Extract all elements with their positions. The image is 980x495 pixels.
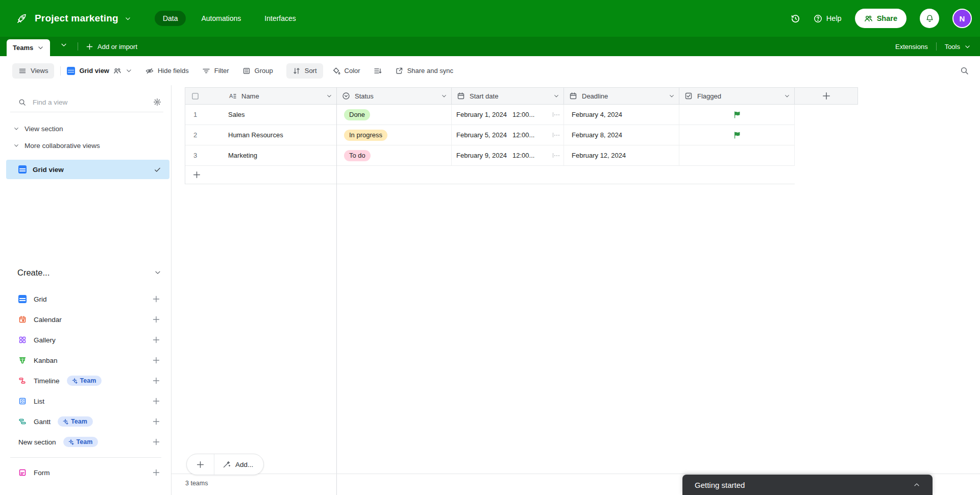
cell-deadline[interactable]: February 8, 2024 [564, 125, 679, 145]
column-header-start-date[interactable]: Start date [452, 88, 564, 104]
group-button[interactable]: Group [242, 67, 273, 75]
select-all-checkbox[interactable] [191, 92, 199, 100]
create-item-list[interactable]: List [0, 391, 172, 411]
chevron-down-icon[interactable] [784, 93, 790, 99]
history-icon[interactable] [791, 14, 800, 23]
ai-add-label: Add... [235, 461, 253, 468]
table-list-chevron-icon[interactable] [60, 41, 67, 48]
plus-icon[interactable] [152, 397, 160, 405]
create-item-timeline[interactable]: Timeline Team [0, 370, 172, 391]
cell-start-date[interactable]: February 9, 2024 12:00... [452, 145, 564, 165]
share-sync-icon [395, 67, 403, 75]
plus-icon[interactable] [152, 468, 160, 477]
select-field-icon [342, 92, 350, 100]
hide-fields-button[interactable]: Hide fields [145, 67, 189, 75]
view-name: Grid view [33, 166, 64, 174]
toast-title: Getting started [695, 481, 745, 489]
cell-status[interactable]: Done [337, 105, 452, 125]
sidebar-section-view-section[interactable]: View section [0, 121, 172, 136]
getting-started-toast[interactable]: Getting started [682, 475, 933, 495]
create-item-label: New section [18, 438, 56, 446]
gear-icon[interactable] [153, 98, 161, 106]
cell-status[interactable]: In progress [337, 125, 452, 145]
plus-icon[interactable] [152, 295, 160, 303]
search-icon[interactable] [960, 66, 969, 75]
plus-icon[interactable] [152, 438, 160, 446]
filter-button[interactable]: Filter [202, 67, 229, 75]
create-item-form[interactable]: Form [0, 462, 172, 483]
share-sync-label: Share and sync [407, 67, 453, 75]
chevron-down-icon[interactable] [125, 15, 131, 22]
cell-name[interactable]: Sales [223, 105, 337, 125]
chevron-down-icon[interactable] [441, 93, 447, 99]
create-item-label: List [34, 398, 44, 405]
cell-flagged[interactable] [679, 105, 795, 125]
plus-icon[interactable] [152, 315, 160, 324]
sidebar-item-grid-view[interactable]: Grid view [6, 160, 169, 179]
chevron-down-icon[interactable] [669, 93, 675, 99]
chevron-up-icon[interactable] [913, 481, 920, 488]
avatar[interactable]: N [952, 9, 972, 28]
view-switcher[interactable]: Grid view [67, 67, 132, 75]
find-view-input[interactable] [33, 98, 146, 106]
ai-add-button[interactable]: Add... [214, 454, 263, 475]
cell-start-date[interactable]: February 5, 2024 12:00... [452, 125, 564, 145]
create-section-header[interactable]: Create... [0, 265, 172, 280]
views-button[interactable]: Views [12, 63, 54, 79]
overflow-icon [553, 153, 559, 158]
create-item-calendar[interactable]: Calendar [0, 309, 172, 330]
plus-icon[interactable] [152, 356, 160, 364]
create-item-gantt[interactable]: Gantt Team [0, 411, 172, 432]
add-or-import-button[interactable]: Add or import [86, 37, 137, 56]
create-item-grid[interactable]: Grid [0, 289, 172, 309]
column-header-status[interactable]: Status [337, 88, 452, 104]
tab-automations[interactable]: Automations [193, 11, 249, 26]
rocket-logo-icon [15, 12, 29, 25]
column-header-deadline[interactable]: Deadline [564, 88, 679, 104]
tab-data[interactable]: Data [155, 11, 186, 26]
table-tab-teams[interactable]: Teams [7, 39, 50, 56]
column-header-flagged[interactable]: Flagged [679, 88, 795, 104]
table-row[interactable]: 2 Human Resources In progress February 5… [185, 125, 795, 145]
plus-icon[interactable] [152, 336, 160, 344]
tabbar-separator [78, 42, 78, 51]
create-item-gallery[interactable]: Gallery [0, 330, 172, 350]
add-record-button[interactable] [187, 454, 214, 475]
column-header-name[interactable]: A Name [223, 88, 337, 104]
cell-flagged[interactable] [679, 145, 795, 165]
plus-icon[interactable] [152, 417, 160, 426]
cell-name[interactable]: Human Resources [223, 125, 337, 145]
row-height-button[interactable] [374, 67, 382, 75]
tools-button[interactable]: Tools [945, 43, 971, 51]
cell-deadline[interactable]: February 4, 2024 [564, 105, 679, 125]
plus-icon[interactable] [152, 377, 160, 385]
sort-button[interactable]: Sort [286, 63, 323, 79]
chevron-down-icon[interactable] [326, 93, 332, 99]
chevron-down-icon[interactable] [553, 93, 559, 99]
chevron-down-icon [13, 142, 19, 148]
add-record-row[interactable] [185, 166, 795, 184]
create-item-new-section[interactable]: New section Team [0, 432, 172, 452]
time-value: 12:00... [512, 152, 534, 159]
tab-interfaces[interactable]: Interfaces [256, 11, 304, 26]
sidebar-section-more-collaborative-views[interactable]: More collaborative views [0, 138, 172, 153]
cell-start-date[interactable]: February 1, 2024 12:00... [452, 105, 564, 125]
workspace-brand[interactable]: Project marketing [15, 12, 131, 25]
extensions-button[interactable]: Extensions [895, 43, 928, 51]
cell-deadline[interactable]: February 12, 2024 [564, 145, 679, 165]
cell-status[interactable]: To do [337, 145, 452, 165]
add-field-button[interactable] [795, 88, 858, 104]
notifications-button[interactable] [920, 9, 939, 28]
share-and-sync-button[interactable]: Share and sync [395, 67, 453, 75]
table-row[interactable]: 1 Sales Done February 1, 2024 12:00... F… [185, 105, 795, 125]
cell-flagged[interactable] [679, 125, 795, 145]
checkbox-field-icon [684, 92, 693, 100]
share-button[interactable]: Share [855, 9, 906, 28]
frozen-column-divider[interactable] [336, 87, 337, 495]
color-button[interactable]: Color [332, 67, 360, 75]
help-button[interactable]: Help [814, 14, 842, 23]
table-row[interactable]: 3 Marketing To do February 9, 2024 12:00… [185, 145, 795, 166]
cell-name[interactable]: Marketing [223, 145, 337, 165]
column-label: Status [355, 92, 374, 100]
create-item-kanban[interactable]: Kanban [0, 350, 172, 370]
